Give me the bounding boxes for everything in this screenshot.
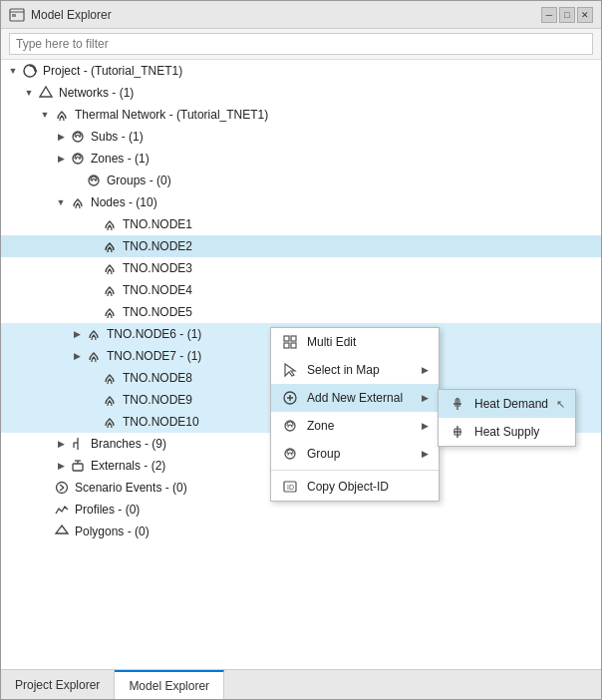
expander-node7[interactable]: ▶	[69, 348, 85, 364]
svg-marker-5	[40, 87, 52, 97]
ctx-select-in-map[interactable]: Select in Map ▶	[271, 356, 439, 384]
node4-label: TNO.NODE4	[121, 283, 192, 297]
svg-marker-18	[56, 525, 68, 533]
node2-label: TNO.NODE2	[121, 239, 192, 253]
title-bar: Model Explorer ─ □ ✕	[1, 1, 601, 29]
network-icon	[37, 84, 55, 102]
subs-label: Subs - (1)	[89, 130, 144, 144]
node2-icon	[101, 237, 119, 255]
nodes-icon	[69, 193, 87, 211]
tree-item-polygons[interactable]: ▶ Polygons - (0)	[1, 521, 601, 542]
tree-item-node3[interactable]: ▶ TNO.NODE3	[1, 257, 601, 279]
ctx-select-in-map-label: Select in Map	[307, 363, 380, 377]
add-new-external-arrow: ▶	[422, 393, 429, 403]
hover-cursor: ↖	[556, 398, 565, 411]
ctx-copy-object-id-label: Copy Object-ID	[307, 480, 389, 494]
node1-icon	[101, 215, 119, 233]
context-menu: Multi Edit Select in Map ▶	[270, 327, 440, 502]
zone-icon	[281, 417, 299, 435]
filter-bar	[1, 29, 601, 60]
ctx-add-new-external[interactable]: Add New External ▶	[271, 384, 439, 412]
svg-rect-22	[291, 343, 296, 348]
filter-input[interactable]	[9, 33, 593, 55]
group-icon	[281, 445, 299, 463]
node5-icon	[101, 303, 119, 321]
networks-label: Networks - (1)	[57, 86, 134, 100]
zones-label: Zones - (1)	[89, 152, 150, 166]
ctx-multi-edit[interactable]: Multi Edit	[271, 328, 439, 356]
tree-item-thermal[interactable]: ▼ Thermal Network - (Tutorial_TNET1)	[1, 104, 601, 126]
tree-item-project[interactable]: ▼ Project - (Tutorial_TNET1)	[1, 60, 601, 82]
tree-item-node2[interactable]: ▶ TNO.NODE2	[1, 235, 601, 257]
expander-nodes[interactable]: ▼	[53, 194, 69, 210]
ctx-zone[interactable]: Zone ▶	[271, 412, 439, 440]
sub-heat-supply[interactable]: Heat Supply	[439, 418, 575, 446]
tree-item-node5[interactable]: ▶ TNO.NODE5	[1, 301, 601, 323]
sub-heat-supply-label: Heat Supply	[474, 425, 539, 439]
node3-icon	[101, 259, 119, 277]
node9-label: TNO.NODE9	[121, 393, 192, 407]
expander-zones[interactable]: ▶	[53, 151, 69, 167]
ctx-copy-object-id[interactable]: ID Copy Object-ID	[271, 473, 439, 501]
groups-label: Groups - (0)	[105, 174, 171, 187]
title-bar-left: Model Explorer	[9, 7, 112, 23]
project-label: Project - (Tutorial_TNET1)	[41, 64, 182, 78]
tree-item-node1[interactable]: ▶ TNO.NODE1	[1, 213, 601, 235]
tab-bar: Project Explorer Model Explorer	[1, 669, 601, 699]
tree-item-groups[interactable]: ▶ Groups - (0)	[1, 170, 601, 191]
node9-icon	[101, 391, 119, 409]
ctx-separator	[271, 470, 439, 471]
tab-project-explorer-label: Project Explorer	[15, 678, 100, 692]
polygons-icon	[53, 523, 71, 540]
svg-rect-20	[291, 336, 296, 341]
node6-icon	[85, 325, 103, 343]
close-button[interactable]: ✕	[577, 7, 593, 23]
expander-thermal[interactable]: ▼	[37, 107, 53, 123]
ctx-group[interactable]: Group ▶	[271, 440, 439, 468]
tree-area[interactable]: ▼ Project - (Tutorial_TNET1) ▼ Networks …	[1, 60, 601, 669]
svg-text:ID: ID	[287, 484, 294, 491]
svg-rect-2	[12, 14, 16, 17]
node7-icon	[85, 347, 103, 365]
submenu: Heat Demand ↖ Heat Supply	[438, 389, 576, 447]
window-title: Model Explorer	[31, 8, 112, 22]
expander-subs[interactable]: ▶	[53, 129, 69, 145]
grid-icon	[281, 333, 299, 351]
nodes-label: Nodes - (10)	[89, 195, 157, 209]
expander-externals[interactable]: ▶	[53, 458, 69, 474]
ctx-group-label: Group	[307, 447, 340, 461]
select-in-map-arrow: ▶	[422, 365, 429, 375]
branches-label: Branches - (9)	[89, 437, 166, 451]
groups-icon	[85, 172, 103, 189]
polygons-label: Polygons - (0)	[73, 525, 150, 538]
zones-icon	[69, 150, 87, 168]
svg-rect-12	[73, 464, 83, 471]
scenario-label: Scenario Events - (0)	[73, 481, 187, 495]
branches-icon	[69, 435, 87, 453]
profiles-label: Profiles - (0)	[73, 503, 140, 517]
minimize-button[interactable]: ─	[541, 7, 557, 23]
tree-item-profiles[interactable]: ▶ Profiles - (0)	[1, 499, 601, 521]
tree-item-nodes[interactable]: ▼ Nodes - (10)	[1, 191, 601, 213]
ctx-zone-label: Zone	[307, 419, 334, 433]
expander-project[interactable]: ▼	[5, 63, 21, 79]
tree-item-subs[interactable]: ▶ Subs - (1)	[1, 126, 601, 148]
thermal-label: Thermal Network - (Tutorial_TNET1)	[73, 108, 268, 122]
id-icon: ID	[281, 478, 299, 496]
tree-item-node4[interactable]: ▶ TNO.NODE4	[1, 279, 601, 301]
expander-branches[interactable]: ▶	[53, 436, 69, 452]
tab-model-explorer[interactable]: Model Explorer	[115, 670, 224, 699]
subs-icon	[69, 128, 87, 146]
tree-item-zones[interactable]: ▶ Zones - (1)	[1, 148, 601, 170]
expander-node6[interactable]: ▶	[69, 326, 85, 342]
profiles-icon	[53, 501, 71, 519]
tree-item-networks[interactable]: ▼ Networks - (1)	[1, 82, 601, 104]
expander-networks[interactable]: ▼	[21, 85, 37, 101]
restore-button[interactable]: □	[559, 7, 575, 23]
heat-demand-icon	[449, 395, 466, 413]
plus-circle-icon	[281, 389, 299, 407]
svg-point-15	[57, 483, 68, 494]
svg-point-3	[24, 65, 36, 77]
tab-project-explorer[interactable]: Project Explorer	[1, 670, 115, 699]
sub-heat-demand[interactable]: Heat Demand ↖	[439, 390, 575, 418]
